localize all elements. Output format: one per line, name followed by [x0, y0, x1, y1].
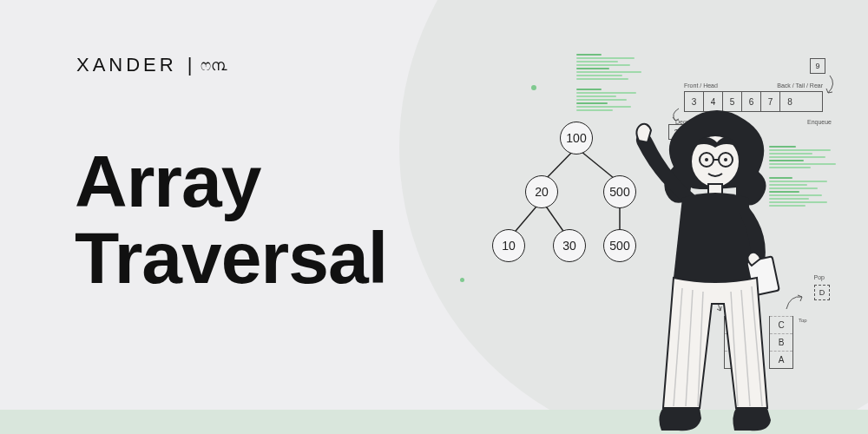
queue-detached-cell: 9 — [810, 58, 825, 74]
logo: XANDER | ෆ൩ — [76, 54, 227, 76]
stack-pop-cell: D — [814, 285, 830, 300]
queue-enqueue-label: Enqueue — [807, 119, 832, 125]
tree-node: 100 — [560, 122, 593, 155]
accent-dot — [460, 278, 464, 282]
svg-point-9 — [705, 158, 708, 161]
accent-dot — [531, 85, 536, 90]
code-snippet-illustration — [576, 54, 660, 111]
title-line-2: Traversal — [75, 220, 387, 296]
logo-script-text: ෆ൩ — [201, 56, 227, 75]
logo-separator: | — [187, 54, 193, 76]
tree-node: 10 — [492, 229, 525, 262]
enqueue-arrow-icon — [821, 74, 838, 100]
queue-back-label: Back / Tail / Rear — [777, 82, 823, 89]
person-illustration — [621, 104, 804, 434]
page-title: Array Traversal — [75, 143, 387, 296]
tree-node: 30 — [553, 229, 586, 262]
queue-front-label: Front / Head — [684, 82, 718, 89]
logo-brand-text: XANDER — [76, 54, 177, 76]
stack-pop-label: Pop — [814, 274, 825, 280]
title-line-1: Array — [75, 143, 387, 220]
tree-node: 20 — [525, 175, 558, 208]
svg-point-10 — [724, 158, 727, 161]
